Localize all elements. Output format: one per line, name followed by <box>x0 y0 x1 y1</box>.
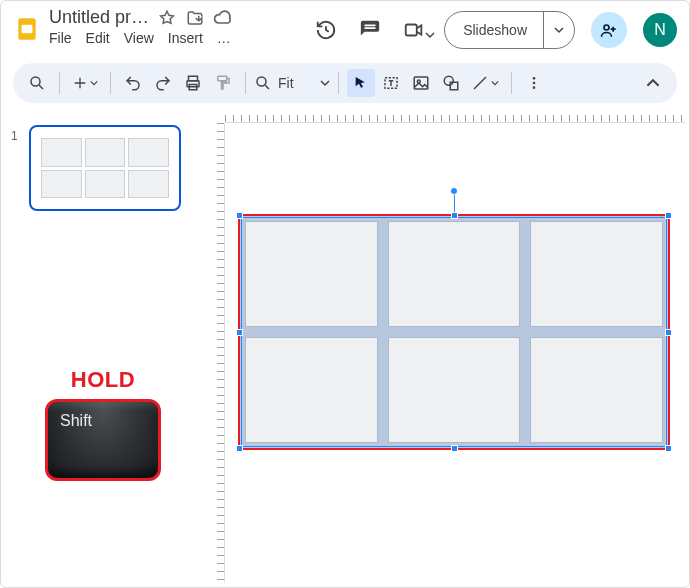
menu-file[interactable]: File <box>49 30 72 46</box>
print-button[interactable] <box>179 69 207 97</box>
line-tool[interactable] <box>467 69 503 97</box>
table-cell[interactable] <box>245 337 378 443</box>
table-cell[interactable] <box>388 337 521 443</box>
new-slide-button[interactable] <box>68 69 102 97</box>
image-tool[interactable] <box>407 69 435 97</box>
account-avatar[interactable]: N <box>643 13 677 47</box>
resize-handle[interactable] <box>236 212 243 219</box>
cloud-status-icon[interactable] <box>213 8 233 28</box>
undo-button[interactable] <box>119 69 147 97</box>
svg-point-9 <box>257 77 266 86</box>
redo-button[interactable] <box>149 69 177 97</box>
menu-bar: File Edit View Insert … <box>49 30 233 46</box>
resize-handle[interactable] <box>665 212 672 219</box>
svg-rect-2 <box>406 25 417 36</box>
comments-icon[interactable] <box>356 16 384 44</box>
annotation-overlay: HOLD Shift <box>39 367 167 481</box>
svg-point-13 <box>444 76 453 85</box>
vertical-ruler[interactable] <box>207 123 225 583</box>
resize-handle[interactable] <box>665 445 672 452</box>
version-history-icon[interactable] <box>312 16 340 44</box>
move-to-folder-icon[interactable] <box>185 8 205 28</box>
svg-rect-8 <box>218 76 227 81</box>
menu-edit[interactable]: Edit <box>86 30 110 46</box>
collapse-toolbar-icon[interactable] <box>639 69 667 97</box>
share-button[interactable] <box>591 12 627 48</box>
svg-rect-1 <box>22 25 33 34</box>
resize-handle[interactable] <box>451 445 458 452</box>
table-cell[interactable] <box>530 337 663 443</box>
slide-canvas[interactable] <box>225 123 685 583</box>
slideshow-label: Slideshow <box>445 22 543 38</box>
canvas-area <box>197 105 689 587</box>
svg-point-16 <box>532 82 535 85</box>
resize-handle[interactable] <box>665 329 672 336</box>
meet-icon[interactable] <box>400 16 428 44</box>
horizontal-ruler[interactable] <box>225 105 685 123</box>
table-cell[interactable] <box>388 221 521 327</box>
search-menus-icon[interactable] <box>23 69 51 97</box>
rotation-handle[interactable] <box>450 187 458 195</box>
resize-handle[interactable] <box>451 212 458 219</box>
svg-rect-14 <box>450 82 458 90</box>
document-title[interactable]: Untitled pr… <box>49 7 149 28</box>
svg-point-4 <box>31 77 40 86</box>
svg-rect-11 <box>414 77 428 89</box>
resize-handle[interactable] <box>236 445 243 452</box>
zoom-control[interactable]: Fit <box>254 74 330 92</box>
toolbar: Fit <box>13 63 677 103</box>
menu-more[interactable]: … <box>217 30 231 46</box>
filmstrip[interactable]: 1 <box>1 105 197 587</box>
shape-tool[interactable] <box>437 69 465 97</box>
zoom-label: Fit <box>278 75 314 91</box>
paint-format-button[interactable] <box>209 69 237 97</box>
slideshow-button[interactable]: Slideshow <box>444 11 575 49</box>
table-object[interactable] <box>239 215 669 449</box>
app-header: Untitled pr… File Edit View Insert … <box>1 1 689 57</box>
svg-point-17 <box>532 86 535 89</box>
slideshow-dropdown[interactable] <box>544 25 574 35</box>
more-tools-icon[interactable] <box>520 69 548 97</box>
svg-point-3 <box>604 25 609 30</box>
shift-key-graphic: Shift <box>45 399 161 481</box>
slides-logo[interactable] <box>9 11 45 47</box>
slide-number: 1 <box>11 129 18 143</box>
table-cell[interactable] <box>245 221 378 327</box>
menu-view[interactable]: View <box>124 30 154 46</box>
resize-handle[interactable] <box>236 329 243 336</box>
svg-point-15 <box>532 77 535 80</box>
table-cell[interactable] <box>530 221 663 327</box>
select-tool[interactable] <box>347 69 375 97</box>
textbox-tool[interactable] <box>377 69 405 97</box>
slide-thumbnail[interactable] <box>29 125 181 211</box>
key-label: Shift <box>60 412 92 430</box>
menu-insert[interactable]: Insert <box>168 30 203 46</box>
hold-label: HOLD <box>39 367 167 393</box>
star-icon[interactable] <box>157 8 177 28</box>
workspace: 1 <box>1 105 689 587</box>
